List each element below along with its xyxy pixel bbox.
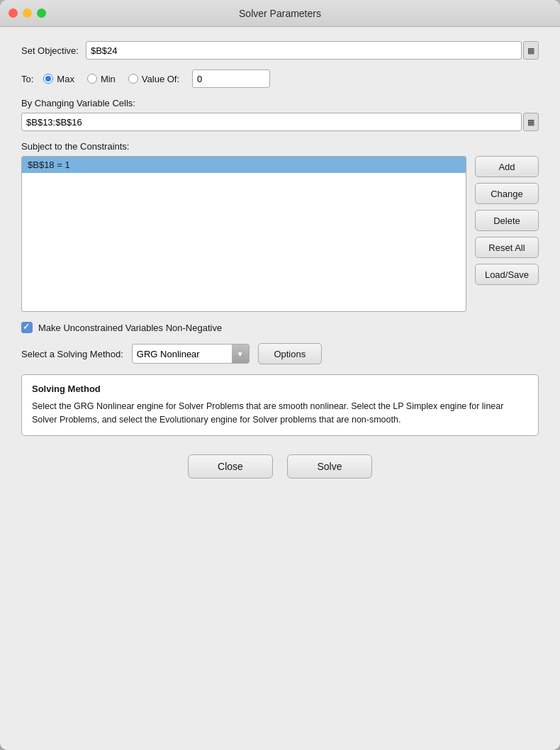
- radio-min-item[interactable]: Min: [87, 74, 116, 84]
- maximize-window-button[interactable]: [37, 9, 46, 18]
- add-constraint-button[interactable]: Add: [475, 156, 539, 177]
- reset-all-button[interactable]: Reset All: [475, 237, 539, 258]
- variable-cells-label: By Changing Variable Cells:: [21, 98, 539, 108]
- radio-min-label: Min: [101, 74, 116, 84]
- value-of-input[interactable]: [192, 69, 270, 88]
- radio-min-input[interactable]: [87, 74, 97, 84]
- constraints-buttons: Add Change Delete Reset All Load/Save: [475, 156, 539, 312]
- close-window-button[interactable]: [9, 9, 18, 18]
- set-objective-input-group: ▦: [86, 41, 539, 60]
- variable-cells-input[interactable]: [21, 113, 522, 131]
- constraints-label: Subject to the Constraints:: [21, 141, 539, 152]
- radio-valueof-item[interactable]: Value Of:: [128, 74, 179, 84]
- objective-radio-group: Max Min Value Of:: [43, 69, 539, 88]
- title-bar: Solver Parameters: [0, 0, 560, 27]
- constraints-section: Subject to the Constraints: $B$18 = 1 Ad…: [21, 141, 539, 312]
- solve-button[interactable]: Solve: [287, 454, 372, 478]
- unconstrained-checkbox-row: Make Unconstrained Variables Non-Negativ…: [21, 322, 539, 333]
- variable-cells-input-group: ▦: [21, 113, 539, 131]
- dialog-content: Set Objective: ▦ To: Max Min Val: [0, 27, 560, 750]
- window-title: Solver Parameters: [239, 8, 321, 19]
- radio-max-label: Max: [57, 74, 74, 84]
- unconstrained-label: Make Unconstrained Variables Non-Negativ…: [38, 323, 222, 333]
- objective-cell-picker-button[interactable]: ▦: [523, 41, 539, 60]
- variable-cells-section: By Changing Variable Cells: ▦: [21, 98, 539, 131]
- set-objective-input[interactable]: [86, 41, 522, 60]
- variable-cells-picker-button[interactable]: ▦: [523, 113, 539, 131]
- solving-method-box-desc: Select the GRG Nonlinear engine for Solv…: [32, 400, 528, 427]
- solving-method-select-wrapper[interactable]: GRG Nonlinear LP Simplex Evolutionary ▼: [132, 344, 250, 364]
- delete-constraint-button[interactable]: Delete: [475, 210, 539, 231]
- solving-method-row: Select a Solving Method: GRG Nonlinear L…: [21, 343, 539, 364]
- set-objective-label: Set Objective:: [21, 45, 79, 56]
- unconstrained-checkbox[interactable]: [21, 322, 33, 333]
- constraints-list[interactable]: $B$18 = 1: [21, 156, 466, 312]
- to-label: To:: [21, 74, 33, 84]
- radio-max-input[interactable]: [43, 74, 53, 84]
- solving-method-label: Select a Solving Method:: [21, 349, 123, 359]
- window-controls: [9, 9, 46, 18]
- solving-method-select[interactable]: GRG Nonlinear LP Simplex Evolutionary: [133, 345, 232, 363]
- bottom-buttons: Close Solve: [21, 454, 539, 486]
- solving-method-info-box: Solving Method Select the GRG Nonlinear …: [21, 374, 539, 436]
- solver-parameters-window: Solver Parameters Set Objective: ▦ To: M…: [0, 0, 560, 750]
- close-button[interactable]: Close: [188, 454, 273, 478]
- minimize-window-button[interactable]: [23, 9, 32, 18]
- to-row: To: Max Min Value Of:: [21, 69, 539, 88]
- change-constraint-button[interactable]: Change: [475, 183, 539, 204]
- solving-method-box-title: Solving Method: [32, 384, 528, 394]
- select-arrow-icon: ▼: [232, 345, 249, 363]
- load-save-button[interactable]: Load/Save: [475, 264, 539, 285]
- constraints-body: $B$18 = 1 Add Change Delete Reset All Lo…: [21, 156, 539, 312]
- set-objective-row: Set Objective: ▦: [21, 41, 539, 60]
- radio-max-item[interactable]: Max: [43, 74, 74, 84]
- radio-valueof-label: Value Of:: [142, 74, 179, 84]
- constraint-item[interactable]: $B$18 = 1: [22, 157, 466, 173]
- radio-valueof-input[interactable]: [128, 74, 138, 84]
- options-button[interactable]: Options: [258, 343, 322, 364]
